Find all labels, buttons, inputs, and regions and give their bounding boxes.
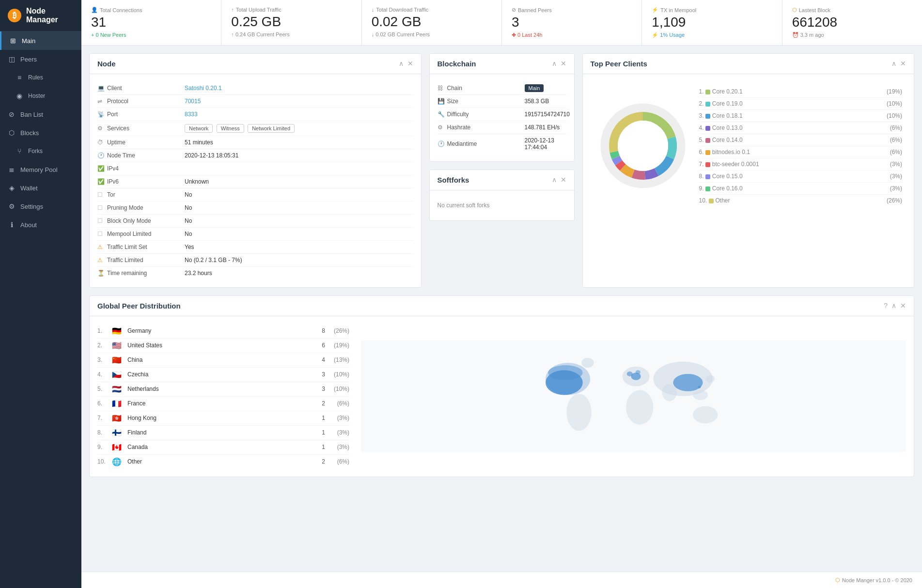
download-icon: ↓	[372, 7, 375, 13]
blockchain-close-icon[interactable]: ✕	[561, 60, 566, 67]
global-collapse-icon[interactable]: ∧	[891, 302, 896, 309]
mediantime-icon: 🕐	[438, 140, 447, 147]
row-2: Global Peer Distribution ? ∧ ✕ 1. 🇩🇪 Ger…	[89, 295, 914, 477]
upload-value: 0.25 GB	[231, 15, 351, 30]
time-remaining-value: 23.2 hours	[185, 270, 413, 277]
blocks-icon: ⬡	[8, 129, 16, 137]
node-controls: ∧ ✕	[399, 60, 413, 67]
top-peers-body: 1. Core 0.20.1 (19%) 2. Core 0.19.0 (10%…	[583, 74, 914, 218]
peer-list-item: 2. Core 0.19.0 (10%)	[699, 98, 903, 110]
blockonly-icon: ☐	[97, 217, 107, 224]
top-peers-collapse-icon[interactable]: ∧	[891, 60, 896, 67]
svg-point-19	[698, 386, 701, 388]
svg-point-15	[706, 375, 715, 383]
sidebar-item-wallet[interactable]: ◈ Wallet	[0, 179, 81, 197]
svg-point-5	[548, 365, 583, 380]
sidebar-item-memory-pool[interactable]: ≣ Memory Pool	[0, 160, 81, 179]
sidebar-item-settings[interactable]: ⚙ Settings	[0, 197, 81, 216]
node-traffic-limit-row: ⚠ Traffic Limit Set Yes	[97, 241, 413, 254]
nodetime-value: 2020-12-13 18:05:31	[185, 152, 413, 159]
client-icon: 💻	[97, 85, 107, 92]
sidebar-item-main[interactable]: ⊞ Main	[0, 31, 81, 50]
global-close-icon[interactable]: ✕	[900, 302, 906, 309]
time-remaining-icon: ⏳	[97, 270, 107, 277]
connections-sub: + 0 New Peers	[91, 32, 211, 38]
top-peers-close-icon[interactable]: ✕	[900, 60, 906, 67]
country-list-item: 4. 🇨🇿 Czechia 3 (10%)	[97, 368, 349, 382]
peer-list-item: 10. Other (26%)	[699, 195, 903, 206]
peer-list-item: 3. Core 0.18.1 (10%)	[699, 110, 903, 122]
peer-list-item: 4. Core 0.13.0 (6%)	[699, 122, 903, 134]
node-mempool-limited-row: ☐ Mempool Limited No	[97, 228, 413, 241]
sidebar-item-blocks[interactable]: ⬡ Blocks	[0, 124, 81, 142]
stat-block: ⬡ Lastest Block 661208 ⏰ 3.3 m ago	[782, 0, 922, 45]
sidebar-label-peers: Peers	[20, 56, 37, 63]
footer: ⬡ Node Manger v1.0.0 - © 2020	[81, 572, 922, 588]
peer-list-item: 7. btc-seeder 0.0001 (3%)	[699, 158, 903, 170]
badge-witness: Witness	[217, 124, 244, 133]
svg-point-17	[627, 371, 633, 376]
forks-icon: ⑂	[16, 147, 23, 155]
hashrate-icon: ⚙	[438, 124, 447, 131]
sidebar-item-ban-list[interactable]: ⊘ Ban List	[0, 105, 81, 124]
node-collapse-icon[interactable]: ∧	[399, 60, 404, 67]
pruning-icon: ☐	[97, 204, 107, 211]
node-protocol-row: ⇌ Protocol 70015	[97, 95, 413, 108]
country-list: 1. 🇩🇪 Germany 8 (26%) 2. 🇺🇸 United State…	[97, 324, 349, 469]
traffic-limit-value: Yes	[185, 244, 413, 250]
bitcoin-icon: ₿	[8, 9, 21, 22]
softforks-title: Softforks	[438, 176, 469, 184]
peer-list-item: 8. Core 0.15.0 (3%)	[699, 170, 903, 183]
stat-connections: 👤 Total Connections 31 + 0 New Peers	[81, 0, 221, 45]
softforks-message: No current soft forks	[438, 198, 566, 213]
badge-network: Network	[185, 124, 213, 133]
softforks-panel: Softforks ∧ ✕ No current soft forks	[429, 170, 575, 221]
sidebar-item-forks[interactable]: ⑂ Forks	[0, 142, 81, 160]
banned-icon: ⊘	[512, 7, 516, 13]
blockchain-header: Blockchain ∧ ✕	[430, 54, 574, 74]
hashrate-value: 148.781 EH/s	[525, 124, 566, 131]
ipv6-value: Unknown	[185, 178, 413, 185]
port-icon: 📡	[97, 111, 107, 118]
country-list-item: 2. 🇺🇸 United States 6 (19%)	[97, 339, 349, 353]
softforks-collapse-icon[interactable]: ∧	[552, 176, 557, 184]
download-sub: ↓ 0.02 GB Current Peers	[372, 31, 492, 37]
uptime-value: 51 minutes	[185, 139, 413, 146]
stats-bar: 👤 Total Connections 31 + 0 New Peers ↑ T…	[81, 0, 922, 46]
tor-value: No	[185, 191, 413, 198]
sidebar-item-hoster[interactable]: ◉ Hoster	[0, 87, 81, 105]
node-pruning-row: ☐ Pruning Mode No	[97, 201, 413, 215]
mempool-icon: ≣	[8, 166, 16, 173]
node-close-icon[interactable]: ✕	[407, 60, 413, 67]
app-title: Node Manager	[26, 7, 74, 24]
peer-list-item: 6. bitnodes.io 0.1 (6%)	[699, 146, 903, 158]
sidebar-label-blocks: Blocks	[20, 129, 39, 137]
sidebar-label-hoster: Hoster	[28, 93, 45, 99]
chain-value: Main	[525, 85, 566, 92]
svg-point-13	[693, 406, 718, 424]
map-container	[361, 324, 906, 469]
svg-point-10	[673, 374, 703, 391]
mediantime-value: 2020-12-13 17:44:04	[525, 137, 566, 151]
sidebar-label-about: About	[20, 221, 37, 229]
sidebar-item-about[interactable]: ℹ About	[0, 216, 81, 234]
sidebar-item-rules[interactable]: ≡ Rules	[0, 68, 81, 87]
softforks-controls: ∧ ✕	[552, 176, 566, 184]
size-row: 💾 Size 358.3 GB	[438, 95, 566, 108]
svg-point-16	[662, 384, 677, 402]
difficulty-row: 🔧 Difficulty 19157154724710	[438, 108, 566, 121]
upload-icon: ↑	[231, 7, 234, 13]
node-port-row: 📡 Port 8333	[97, 108, 413, 121]
hashrate-row: ⚙ Hashrate 148.781 EH/s	[438, 121, 566, 134]
sidebar-label-rules: Rules	[28, 74, 43, 81]
node-services-row: ⚙ Services Network Witness Network Limit…	[97, 121, 413, 136]
ipv6-icon: ✅	[97, 178, 107, 185]
donut-chart	[594, 97, 691, 194]
client-value: Satoshi 0.20.1	[185, 85, 413, 92]
global-help-icon[interactable]: ?	[884, 302, 888, 309]
blockchain-collapse-icon[interactable]: ∧	[552, 60, 557, 67]
stat-mempool: ⚡ TX in Mempool 1,109 ⚡ 1% Usage	[642, 0, 782, 45]
peer-list-item: 9. Core 0.16.0 (3%)	[699, 183, 903, 195]
sidebar-item-peers[interactable]: ◫ Peers	[0, 50, 81, 68]
softforks-close-icon[interactable]: ✕	[561, 176, 566, 184]
